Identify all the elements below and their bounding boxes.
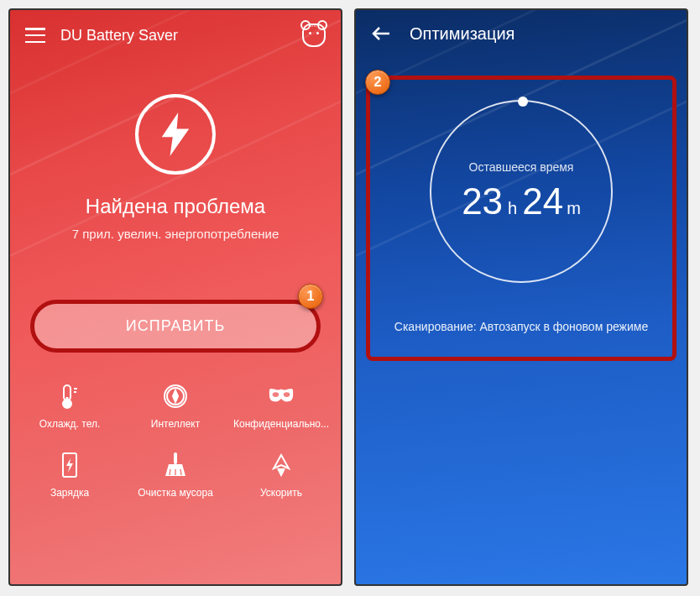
du-bear-icon[interactable]: DU [302, 24, 326, 47]
page-title: Оптимизация [410, 24, 515, 44]
features-grid: Охлажд. тел. Интеллект [10, 353, 341, 499]
problem-title: Найдена проблема [10, 195, 341, 218]
feature-label: Зарядка [50, 487, 89, 499]
feature-label: Интеллект [151, 418, 200, 430]
fix-button-highlight: ИСПРАВИТЬ 1 [30, 300, 321, 353]
lightning-icon [135, 94, 216, 175]
annotation-badge-1: 1 [298, 284, 323, 309]
scan-panel-highlight: 2 Оставшееся время 23 h 24 m Сканировани… [366, 76, 676, 361]
svg-point-7 [273, 392, 279, 397]
minutes-unit: m [567, 199, 581, 218]
feature-cool-phone[interactable]: Охлажд. тел. [17, 383, 123, 430]
optimization-screen: Оптимизация 2 Оставшееся время 23 h 24 m… [354, 8, 688, 586]
hours-value: 23 [462, 180, 503, 222]
rocket-icon [268, 452, 295, 478]
minutes-value: 24 [522, 180, 563, 222]
broom-icon [162, 452, 189, 478]
header: DU Battery Saver DU [10, 10, 341, 60]
feature-label: Ускорить [260, 487, 302, 499]
svg-point-8 [284, 392, 290, 397]
feature-speedup[interactable]: Ускорить [228, 452, 334, 499]
menu-icon[interactable] [25, 28, 45, 43]
remaining-time-label: Оставшееся время [469, 160, 574, 174]
feature-charge[interactable]: Зарядка [17, 452, 123, 499]
feature-label: Очистка мусора [138, 487, 213, 499]
annotation-badge-2: 2 [365, 70, 390, 95]
svg-rect-10 [174, 452, 177, 464]
feature-label: Конфиденциально... [233, 418, 329, 430]
mask-icon [268, 383, 295, 410]
feature-label: Охлажд. тел. [39, 418, 101, 430]
fix-button[interactable]: ИСПРАВИТЬ [34, 304, 316, 348]
compass-icon [162, 383, 189, 410]
problem-subtitle: 7 прил. увелич. энергопотребление [10, 227, 341, 241]
scan-status: Сканирование: Автозапуск в фоновом режим… [377, 320, 666, 333]
svg-line-13 [180, 469, 181, 475]
battery-charge-icon [56, 452, 83, 478]
feature-privacy[interactable]: Конфиденциально... [228, 383, 334, 430]
main-screen: DU Battery Saver DU Найдена проблема 7 п… [8, 8, 342, 586]
feature-smart[interactable]: Интеллект [123, 383, 228, 430]
progress-dot [518, 97, 528, 107]
time-display: 23 h 24 m [462, 180, 581, 222]
thermometer-icon [56, 383, 83, 410]
svg-line-11 [170, 469, 170, 475]
back-arrow-icon[interactable] [371, 24, 391, 44]
header: Оптимизация [356, 10, 687, 57]
feature-clean[interactable]: Очистка мусора [123, 452, 228, 499]
app-title: DU Battery Saver [60, 27, 302, 44]
hours-unit: h [508, 199, 517, 218]
progress-circle: Оставшееся время 23 h 24 m [430, 100, 613, 283]
